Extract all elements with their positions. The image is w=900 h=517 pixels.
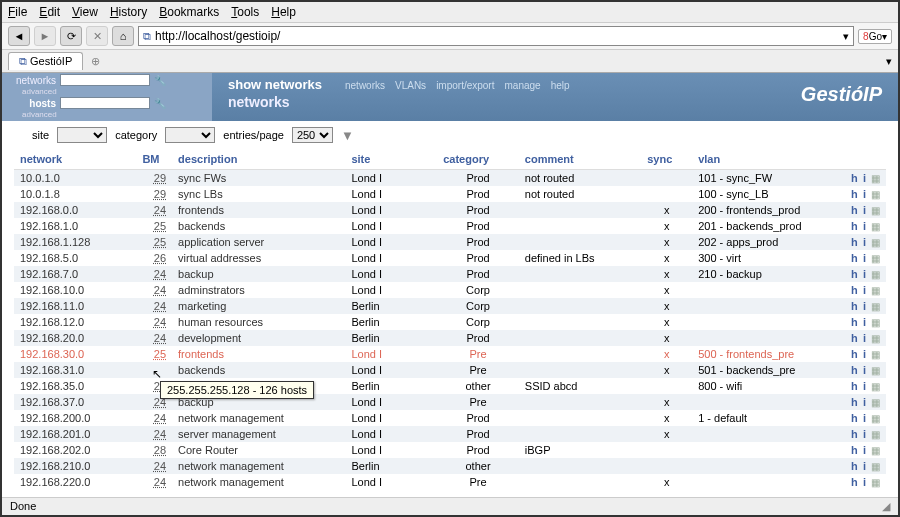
cell-description-link[interactable]: backup bbox=[178, 268, 213, 280]
info-icon[interactable]: i bbox=[863, 460, 866, 472]
cell-description-link[interactable]: application server bbox=[178, 236, 264, 248]
cell-bitmask[interactable]: 24 bbox=[136, 474, 172, 490]
hosts-icon[interactable]: h bbox=[851, 348, 858, 360]
nav-link-vlans[interactable]: VLANs bbox=[395, 80, 426, 91]
entries-filter-select[interactable]: 250 bbox=[292, 127, 333, 143]
cell-description-link[interactable]: backends bbox=[178, 364, 225, 376]
forward-button[interactable]: ► bbox=[34, 26, 56, 46]
grid-icon[interactable]: ▦ bbox=[871, 461, 880, 472]
grid-icon[interactable]: ▦ bbox=[871, 301, 880, 312]
grid-icon[interactable]: ▦ bbox=[871, 221, 880, 232]
home-button[interactable]: ⌂ bbox=[112, 26, 134, 46]
grid-icon[interactable]: ▦ bbox=[871, 349, 880, 360]
grid-icon[interactable]: ▦ bbox=[871, 285, 880, 296]
site-filter-select[interactable] bbox=[57, 127, 107, 143]
grid-icon[interactable]: ▦ bbox=[871, 397, 880, 408]
grid-icon[interactable]: ▦ bbox=[871, 381, 880, 392]
cell-network-link[interactable]: 192.168.35.0 bbox=[20, 380, 84, 392]
cell-network-link[interactable]: 192.168.10.0 bbox=[20, 284, 84, 296]
hosts-advanced-link[interactable]: advanced bbox=[22, 110, 212, 119]
cell-network-link[interactable]: 192.168.210.0 bbox=[20, 460, 90, 472]
cell-bitmask[interactable]: 26 bbox=[136, 250, 172, 266]
info-icon[interactable]: i bbox=[863, 188, 866, 200]
hosts-icon[interactable]: h bbox=[851, 332, 858, 344]
info-icon[interactable]: i bbox=[863, 428, 866, 440]
grid-icon[interactable]: ▦ bbox=[871, 445, 880, 456]
cell-bitmask[interactable]: 28 bbox=[136, 442, 172, 458]
hosts-search-input[interactable] bbox=[60, 97, 150, 109]
wrench-icon[interactable]: 🔧 bbox=[154, 75, 166, 86]
networks-search-input[interactable] bbox=[60, 74, 150, 86]
cell-bitmask[interactable]: 24 bbox=[136, 410, 172, 426]
info-icon[interactable]: i bbox=[863, 412, 866, 424]
info-icon[interactable]: i bbox=[863, 204, 866, 216]
column-header-vlan[interactable]: vlan bbox=[692, 149, 835, 170]
nav-link-networks[interactable]: networks bbox=[345, 80, 385, 91]
new-tab-icon[interactable]: ⊕ bbox=[91, 55, 100, 68]
cell-description-link[interactable]: adminstrators bbox=[178, 284, 245, 296]
cell-bitmask[interactable]: 24 bbox=[136, 330, 172, 346]
cell-bitmask[interactable]: 25 bbox=[136, 218, 172, 234]
grid-icon[interactable]: ▦ bbox=[871, 317, 880, 328]
column-header-sync[interactable]: sync bbox=[641, 149, 692, 170]
hosts-icon[interactable]: h bbox=[851, 444, 858, 456]
menu-view[interactable]: View bbox=[72, 5, 98, 19]
search-engine-button[interactable]: 8Go▾ bbox=[858, 29, 892, 44]
tabs-dropdown-icon[interactable]: ▾ bbox=[886, 55, 892, 68]
grid-icon[interactable]: ▦ bbox=[871, 205, 880, 216]
info-icon[interactable]: i bbox=[863, 236, 866, 248]
cell-description-link[interactable]: sync LBs bbox=[178, 188, 223, 200]
cell-bitmask[interactable]: 25 bbox=[136, 234, 172, 250]
dropdown-icon[interactable]: ▾ bbox=[843, 30, 849, 43]
resize-grip-icon[interactable]: ◢ bbox=[882, 500, 890, 513]
menu-history[interactable]: History bbox=[110, 5, 147, 19]
info-icon[interactable]: i bbox=[863, 316, 866, 328]
cell-description-link[interactable]: frontends bbox=[178, 348, 224, 360]
grid-icon[interactable]: ▦ bbox=[871, 253, 880, 264]
info-icon[interactable]: i bbox=[863, 396, 866, 408]
tab-gestioip[interactable]: ⧉ GestióIP bbox=[8, 52, 83, 70]
back-button[interactable]: ◄ bbox=[8, 26, 30, 46]
cell-network-link[interactable]: 192.168.7.0 bbox=[20, 268, 78, 280]
hosts-icon[interactable]: h bbox=[851, 364, 858, 376]
wrench-icon[interactable]: 🔧 bbox=[154, 98, 166, 109]
column-header-category[interactable]: category bbox=[437, 149, 519, 170]
nav-link-help[interactable]: help bbox=[551, 80, 570, 91]
grid-icon[interactable]: ▦ bbox=[871, 365, 880, 376]
grid-icon[interactable]: ▦ bbox=[871, 237, 880, 248]
menu-bookmarks[interactable]: Bookmarks bbox=[159, 5, 219, 19]
grid-icon[interactable]: ▦ bbox=[871, 413, 880, 424]
cell-description-link[interactable]: virtual addresses bbox=[178, 252, 261, 264]
cell-bitmask[interactable]: 24 bbox=[136, 202, 172, 218]
stop-button[interactable]: ✕ bbox=[86, 26, 108, 46]
cell-description-link[interactable]: human resources bbox=[178, 316, 263, 328]
cell-bitmask[interactable]: 24 bbox=[136, 458, 172, 474]
info-icon[interactable]: i bbox=[863, 252, 866, 264]
cell-network-link[interactable]: 192.168.11.0 bbox=[20, 300, 84, 312]
cell-description-link[interactable]: network management bbox=[178, 476, 284, 488]
hosts-icon[interactable]: h bbox=[851, 300, 858, 312]
info-icon[interactable]: i bbox=[863, 444, 866, 456]
hosts-icon[interactable]: h bbox=[851, 476, 858, 488]
cell-bitmask[interactable]: 24 bbox=[136, 298, 172, 314]
cell-description-link[interactable]: network management bbox=[178, 460, 284, 472]
info-icon[interactable]: i bbox=[863, 476, 866, 488]
cell-description-link[interactable]: development bbox=[178, 332, 241, 344]
url-input[interactable] bbox=[155, 29, 843, 43]
grid-icon[interactable]: ▦ bbox=[871, 173, 880, 184]
info-icon[interactable]: i bbox=[863, 172, 866, 184]
cell-bitmask[interactable]: 24 bbox=[136, 266, 172, 282]
menu-help[interactable]: Help bbox=[271, 5, 296, 19]
cell-bitmask[interactable] bbox=[136, 362, 172, 378]
cell-network-link[interactable]: 192.168.31.0 bbox=[20, 364, 84, 376]
info-icon[interactable]: i bbox=[863, 364, 866, 376]
hosts-icon[interactable]: h bbox=[851, 380, 858, 392]
hosts-icon[interactable]: h bbox=[851, 268, 858, 280]
cell-description-link[interactable]: sync FWs bbox=[178, 172, 226, 184]
menu-edit[interactable]: Edit bbox=[39, 5, 60, 19]
cell-description-link[interactable]: frontends bbox=[178, 204, 224, 216]
cell-network-link[interactable]: 192.168.0.0 bbox=[20, 204, 78, 216]
hosts-icon[interactable]: h bbox=[851, 316, 858, 328]
info-icon[interactable]: i bbox=[863, 268, 866, 280]
hosts-icon[interactable]: h bbox=[851, 236, 858, 248]
